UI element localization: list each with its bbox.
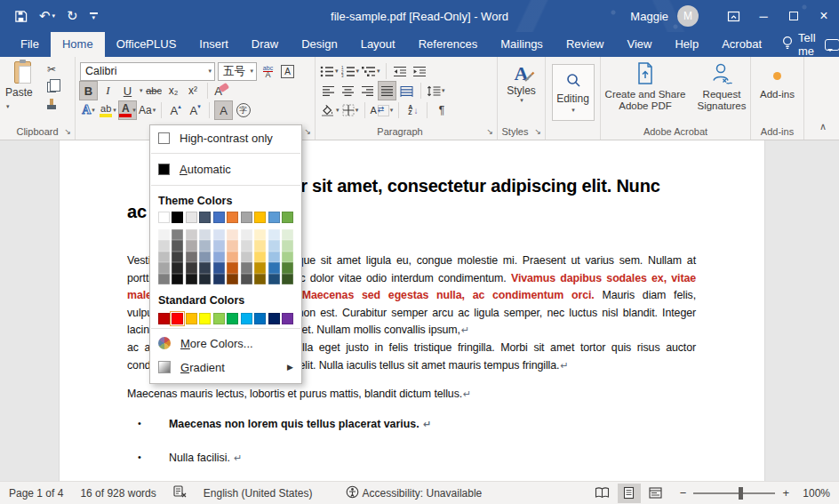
styles-dialog-launcher-icon[interactable]: ↘ xyxy=(534,128,541,136)
increase-indent-button[interactable] xyxy=(412,62,428,80)
theme-color-variant-swatch[interactable] xyxy=(268,262,280,273)
change-case-button[interactable]: Aa▾ xyxy=(139,101,156,119)
ribbon-display-options-icon[interactable] xyxy=(718,0,748,32)
theme-color-variant-swatch[interactable] xyxy=(254,240,266,251)
theme-color-variant-swatch[interactable] xyxy=(186,252,197,262)
justify-button[interactable] xyxy=(379,82,396,100)
format-painter-button[interactable] xyxy=(43,97,60,113)
save-icon[interactable] xyxy=(14,10,28,23)
theme-color-variant-swatch[interactable] xyxy=(254,252,266,262)
align-left-button[interactable] xyxy=(320,82,337,100)
theme-color-variant-swatch[interactable] xyxy=(158,262,170,273)
phonetic-guide-button[interactable]: abcA xyxy=(260,62,276,80)
theme-color-swatch[interactable] xyxy=(227,212,238,223)
text-effects-button[interactable]: A▾ xyxy=(80,101,97,119)
maximize-button[interactable] xyxy=(779,0,809,32)
close-button[interactable]: × xyxy=(809,0,839,32)
user-name[interactable]: Maggie xyxy=(630,10,668,23)
line-spacing-button[interactable]: ▾ xyxy=(427,82,445,100)
bold-button[interactable]: B xyxy=(80,82,97,100)
align-center-button[interactable] xyxy=(340,82,356,100)
bullets-button[interactable]: ▾ xyxy=(320,62,339,80)
character-shading-button[interactable]: A xyxy=(215,101,232,119)
standard-color-swatch[interactable] xyxy=(268,313,280,324)
read-mode-view-button[interactable] xyxy=(591,484,614,503)
collapse-ribbon-button[interactable]: ∧ xyxy=(819,121,827,132)
theme-color-variant-swatch[interactable] xyxy=(186,229,197,240)
font-color-button[interactable]: A▾ xyxy=(119,101,136,119)
theme-color-swatch[interactable] xyxy=(282,212,293,223)
styles-button[interactable]: A Styles ▾ xyxy=(498,61,545,104)
tell-me-button[interactable]: Tell me xyxy=(773,32,825,57)
proofing-status-icon[interactable] xyxy=(173,485,187,500)
theme-color-variant-swatch[interactable] xyxy=(158,252,170,262)
standard-color-swatch[interactable] xyxy=(186,313,197,324)
font-size-combo[interactable]: 五号▾ xyxy=(218,62,257,81)
shrink-font-button[interactable]: A▾ xyxy=(187,101,204,119)
theme-color-variant-swatch[interactable] xyxy=(268,274,280,284)
theme-color-variant-swatch[interactable] xyxy=(282,252,293,262)
theme-color-variant-swatch[interactable] xyxy=(227,240,238,251)
theme-color-variant-swatch[interactable] xyxy=(254,262,266,273)
theme-color-swatch[interactable] xyxy=(172,212,183,223)
standard-color-swatch[interactable] xyxy=(254,313,266,324)
theme-color-variant-swatch[interactable] xyxy=(241,262,252,273)
decrease-indent-button[interactable] xyxy=(392,62,409,80)
theme-color-variant-swatch[interactable] xyxy=(254,229,266,240)
subscript-button[interactable]: x₂ xyxy=(165,82,182,100)
grow-font-button[interactable]: A▴ xyxy=(167,101,184,119)
create-share-pdf-button[interactable]: Create and Share Adobe PDF xyxy=(601,61,690,113)
zoom-out-button[interactable]: − xyxy=(680,486,687,500)
theme-color-variant-swatch[interactable] xyxy=(186,240,197,251)
sort-button[interactable]: AZ↓ xyxy=(404,101,421,119)
minimize-button[interactable]: ─ xyxy=(748,0,779,32)
theme-color-variant-swatch[interactable] xyxy=(268,240,280,251)
enclose-characters-button[interactable]: 字 xyxy=(235,101,252,119)
tab-mailings[interactable]: Mailings xyxy=(489,32,555,57)
tab-home[interactable]: Home xyxy=(51,32,105,57)
theme-color-variant-swatch[interactable] xyxy=(199,262,211,273)
theme-color-swatch[interactable] xyxy=(186,212,197,223)
theme-color-variant-swatch[interactable] xyxy=(282,262,293,273)
gradient-item[interactable]: Gradient ▶ xyxy=(150,356,301,380)
standard-color-swatch[interactable] xyxy=(158,313,170,324)
theme-color-variant-swatch[interactable] xyxy=(268,229,280,240)
theme-color-variant-swatch[interactable] xyxy=(199,240,211,251)
page-indicator[interactable]: Page 1 of 4 xyxy=(9,487,63,500)
theme-color-variant-swatch[interactable] xyxy=(227,252,238,262)
theme-color-variant-swatch[interactable] xyxy=(186,274,197,284)
language-indicator[interactable]: English (United States) xyxy=(204,487,313,500)
accessibility-status[interactable]: Accessibility: Unavailable xyxy=(346,485,483,501)
word-count[interactable]: 16 of 928 words xyxy=(80,487,156,500)
tab-review[interactable]: Review xyxy=(555,32,616,57)
tab-layout[interactable]: Layout xyxy=(349,32,407,57)
theme-color-variant-swatch[interactable] xyxy=(282,274,293,284)
theme-color-variant-swatch[interactable] xyxy=(172,274,183,284)
theme-color-swatch[interactable] xyxy=(213,212,225,223)
theme-color-variant-swatch[interactable] xyxy=(254,274,266,284)
theme-color-variant-swatch[interactable] xyxy=(241,252,252,262)
theme-color-variant-swatch[interactable] xyxy=(213,262,225,273)
font-name-combo[interactable]: Calibri▾ xyxy=(80,62,215,81)
request-signatures-button[interactable]: Request Signatures xyxy=(693,61,750,113)
tab-file[interactable]: File xyxy=(9,32,51,57)
theme-color-variant-swatch[interactable] xyxy=(199,229,211,240)
shading-button[interactable]: ▾ xyxy=(320,101,340,119)
user-avatar[interactable]: M xyxy=(677,5,699,27)
align-right-button[interactable] xyxy=(359,82,376,100)
theme-color-variant-swatch[interactable] xyxy=(186,262,197,273)
theme-color-variant-swatch[interactable] xyxy=(282,240,293,251)
theme-color-variant-swatch[interactable] xyxy=(241,229,252,240)
theme-color-variant-swatch[interactable] xyxy=(158,229,170,240)
zoom-level[interactable]: 100% xyxy=(796,487,830,500)
standard-color-swatch[interactable] xyxy=(241,313,252,324)
asian-layout-button[interactable]: A⇄▾ xyxy=(371,101,394,119)
font-dialog-launcher-icon[interactable]: ↘ xyxy=(304,128,311,136)
character-border-button[interactable]: A xyxy=(279,62,296,80)
tab-view[interactable]: View xyxy=(616,32,664,57)
theme-color-variant-swatch[interactable] xyxy=(241,240,252,251)
clear-formatting-button[interactable]: A xyxy=(213,82,230,100)
paragraph-dialog-launcher-icon[interactable]: ↘ xyxy=(486,128,493,136)
tab-help[interactable]: Help xyxy=(663,32,710,57)
redo-button[interactable]: ↻ xyxy=(67,8,78,24)
